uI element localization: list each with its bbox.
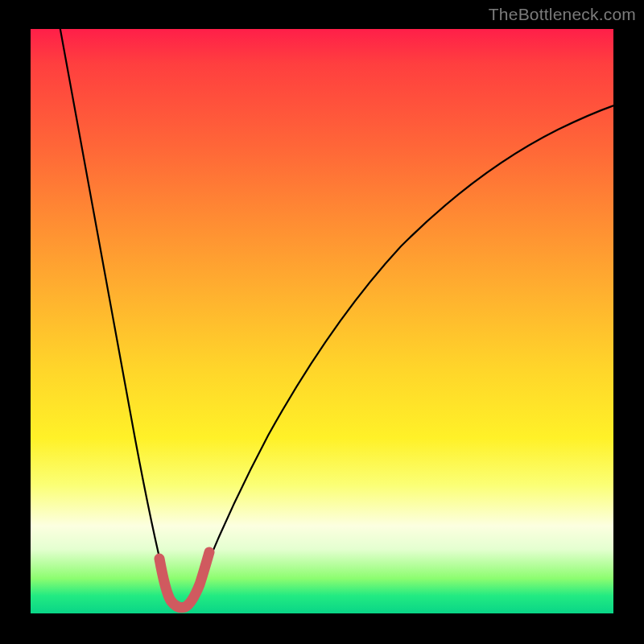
chart-frame: TheBottleneck.com xyxy=(0,0,644,644)
bottleneck-curve-svg xyxy=(31,29,613,613)
watermark-text: TheBottleneck.com xyxy=(489,5,636,24)
critical-range-marker xyxy=(159,552,209,608)
bottleneck-curve xyxy=(59,29,613,604)
plot-area xyxy=(31,29,613,613)
